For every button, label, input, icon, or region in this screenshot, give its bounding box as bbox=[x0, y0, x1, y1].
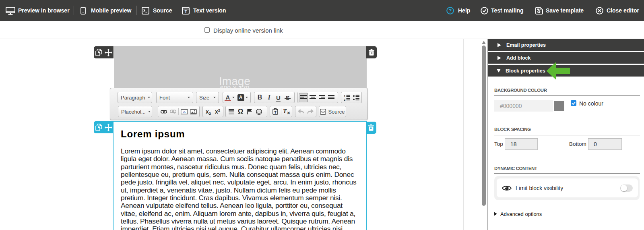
svg-text:T: T bbox=[184, 10, 187, 14]
svg-text:T: T bbox=[275, 110, 277, 114]
svg-text:?: ? bbox=[449, 8, 452, 14]
svg-text:2: 2 bbox=[344, 98, 345, 101]
svg-text:A: A bbox=[183, 110, 186, 114]
